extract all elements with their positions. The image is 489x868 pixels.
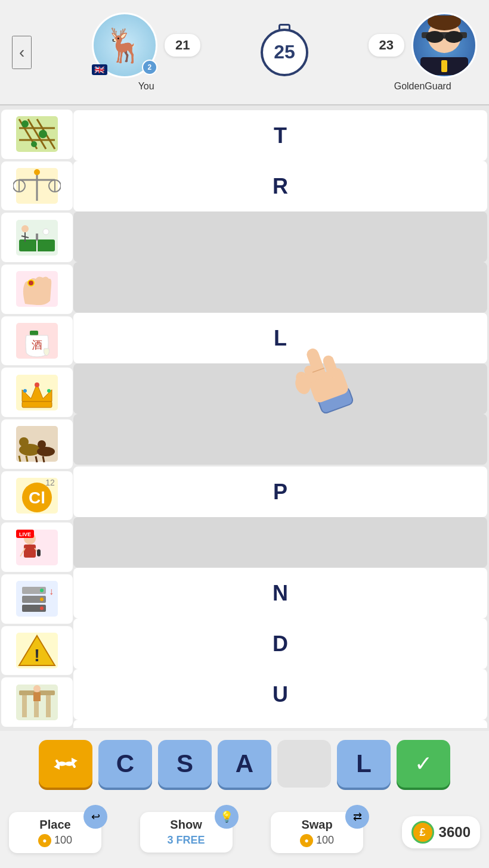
place-coin-icon: ● bbox=[38, 834, 51, 847]
svg-point-16 bbox=[31, 141, 37, 147]
swap-icon: ⇄ bbox=[345, 805, 369, 829]
clue-11: ! bbox=[1, 626, 73, 676]
show-button[interactable]: 💡 Show 3 FREE bbox=[140, 812, 233, 853]
game-header: ‹ 🦌 🇬🇧 2 21 You 25 23 bbox=[0, 0, 489, 104]
cell-1-7 bbox=[73, 414, 487, 465]
clues-column: 酒 bbox=[0, 108, 72, 728]
cell-2-6[interactable]: L bbox=[73, 720, 487, 728]
svg-rect-58 bbox=[24, 545, 36, 558]
clue-9: LIVE bbox=[1, 522, 73, 572]
svg-rect-81 bbox=[33, 692, 41, 701]
svg-text:LIVE: LIVE bbox=[19, 531, 31, 537]
score-opponent: 23 bbox=[369, 34, 404, 57]
svg-point-47 bbox=[38, 440, 46, 449]
show-free-count: 3 bbox=[168, 834, 174, 847]
svg-line-48 bbox=[19, 456, 20, 462]
cell-1-2[interactable]: R bbox=[73, 161, 487, 211]
cell-2-3[interactable]: N bbox=[73, 568, 487, 618]
show-free-label: FREE bbox=[177, 834, 205, 847]
place-button[interactable]: ↩ Place ● 100 bbox=[9, 812, 101, 853]
avatar-you: 🦌 🇬🇧 2 bbox=[92, 13, 157, 78]
svg-point-69 bbox=[40, 598, 44, 601]
coin-large-icon: £ bbox=[411, 821, 434, 844]
shuffle-button[interactable] bbox=[39, 740, 92, 788]
score-you: 21 bbox=[165, 34, 200, 57]
svg-line-49 bbox=[26, 456, 27, 462]
cell-1-6 bbox=[73, 363, 487, 414]
svg-point-34 bbox=[28, 280, 34, 286]
svg-rect-78 bbox=[46, 693, 51, 717]
timer: 25 bbox=[261, 29, 308, 76]
svg-rect-5 bbox=[444, 35, 445, 39]
place-icon: ↩ bbox=[83, 805, 107, 829]
svg-rect-7 bbox=[441, 60, 447, 72]
back-button[interactable]: ‹ bbox=[12, 36, 32, 69]
svg-rect-28 bbox=[36, 234, 38, 241]
clue-2 bbox=[1, 161, 73, 211]
svg-point-45 bbox=[37, 447, 55, 456]
svg-point-15 bbox=[39, 130, 47, 138]
svg-point-70 bbox=[40, 606, 44, 610]
svg-text:↓: ↓ bbox=[49, 586, 54, 596]
svg-point-41 bbox=[23, 389, 27, 393]
svg-rect-39 bbox=[22, 402, 52, 407]
svg-rect-61 bbox=[37, 549, 41, 556]
svg-text:!: ! bbox=[34, 645, 40, 665]
confirm-button[interactable]: ✓ bbox=[397, 740, 450, 788]
cell-2-1[interactable]: P bbox=[73, 466, 487, 517]
swap-button[interactable]: ⇄ Swap ● 100 bbox=[271, 812, 363, 853]
tile-empty bbox=[277, 740, 331, 788]
svg-point-4 bbox=[445, 31, 463, 43]
svg-point-30 bbox=[21, 225, 29, 232]
player-you-section: 🦌 🇬🇧 2 21 You bbox=[92, 13, 200, 92]
svg-point-24 bbox=[34, 169, 40, 175]
svg-point-14 bbox=[21, 120, 29, 127]
svg-text:12: 12 bbox=[45, 478, 55, 487]
svg-point-46 bbox=[19, 437, 29, 447]
tile-C[interactable]: C bbox=[98, 740, 152, 788]
svg-rect-36 bbox=[30, 331, 38, 335]
svg-text:Cl: Cl bbox=[29, 489, 45, 507]
clue-3 bbox=[1, 213, 73, 262]
tile-L[interactable]: L bbox=[337, 740, 391, 788]
swap-cost: ● 100 bbox=[300, 834, 334, 847]
cell-1-4 bbox=[73, 262, 487, 313]
cell-1-5[interactable]: L bbox=[73, 313, 487, 363]
svg-point-80 bbox=[33, 685, 41, 692]
svg-line-50 bbox=[36, 456, 37, 462]
tile-rack: C S A L ✓ bbox=[0, 731, 489, 797]
cell-1-3 bbox=[73, 211, 487, 262]
svg-line-51 bbox=[43, 456, 44, 462]
cell-1-1[interactable]: T bbox=[73, 110, 487, 161]
cell-2-2 bbox=[73, 517, 487, 568]
tile-A[interactable]: A bbox=[218, 740, 271, 788]
place-cost: ● 100 bbox=[38, 834, 72, 847]
svg-point-68 bbox=[40, 589, 44, 592]
show-free: 3 FREE bbox=[168, 834, 205, 847]
cell-2-5[interactable]: U bbox=[73, 669, 487, 720]
swap-label: Swap bbox=[301, 818, 332, 832]
svg-point-3 bbox=[426, 31, 444, 43]
show-label: Show bbox=[170, 818, 202, 832]
swap-coin-icon: ● bbox=[300, 834, 313, 847]
cell-2-4[interactable]: D bbox=[73, 618, 487, 669]
player-you-name: You bbox=[138, 81, 154, 92]
level-badge: 2 bbox=[142, 60, 157, 75]
svg-point-40 bbox=[35, 382, 39, 387]
clue-6 bbox=[1, 368, 73, 417]
coins-display: £ 3600 bbox=[402, 816, 480, 848]
clue-12 bbox=[1, 677, 73, 727]
clue-10: ↓ bbox=[1, 574, 73, 624]
coins-amount: 3600 bbox=[439, 824, 471, 841]
tile-S[interactable]: S bbox=[158, 740, 212, 788]
clue-7 bbox=[1, 419, 73, 469]
clue-5: 酒 bbox=[1, 316, 73, 366]
place-label: Place bbox=[39, 818, 70, 832]
svg-rect-76 bbox=[22, 693, 27, 717]
stopwatch-icon bbox=[278, 24, 290, 30]
clue-8: Cl 12 bbox=[1, 471, 73, 521]
action-bar: ↩ Place ● 100 💡 Show 3 FREE ⇄ Swap ● 100… bbox=[0, 797, 489, 868]
player-opponent-section: 23 bbox=[369, 13, 477, 92]
game-board: 酒 bbox=[0, 105, 489, 731]
avatar-opponent bbox=[411, 13, 477, 78]
